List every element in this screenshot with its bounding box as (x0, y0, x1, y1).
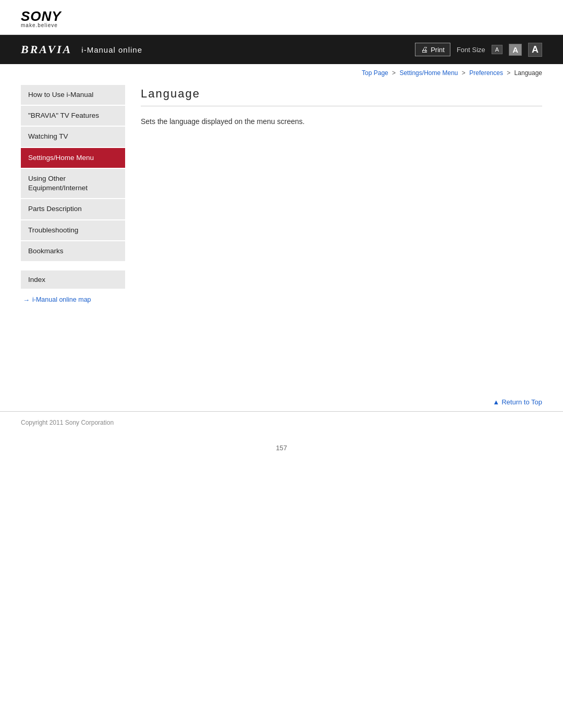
font-size-medium-button[interactable]: A (509, 44, 522, 56)
sidebar-item-how-to-use[interactable]: How to Use i-Manual (21, 85, 125, 106)
breadcrumb-sep3: > (507, 69, 510, 77)
font-size-small-button[interactable]: A (492, 45, 503, 54)
sidebar-item-bravia-tv-features[interactable]: "BRAVIA" TV Features (21, 106, 125, 127)
breadcrumb: Top Page > Settings/Home Menu > Preferen… (0, 64, 563, 80)
sony-logo: SONY make.believe (21, 9, 542, 28)
sidebar-item-parts-description[interactable]: Parts Description (21, 199, 125, 220)
content-area: Language Sets the language displayed on … (141, 85, 542, 377)
banner-right: 🖨 Print Font Size A A A (415, 43, 542, 57)
print-icon: 🖨 (421, 45, 428, 54)
font-size-label: Font Size (457, 46, 485, 54)
imanual-label: i-Manual online (81, 45, 142, 54)
sidebar-item-watching-tv[interactable]: Watching TV (21, 127, 125, 147)
page-title: Language (141, 87, 542, 106)
arrow-icon: → (23, 296, 30, 304)
print-label: Print (431, 46, 445, 54)
bravia-title: BRAVIA (21, 43, 72, 56)
page-number-text: 157 (276, 444, 287, 452)
sidebar: How to Use i-Manual "BRAVIA" TV Features… (21, 85, 125, 377)
sony-text: SONY (21, 9, 542, 23)
banner-left: BRAVIA i-Manual online (21, 43, 142, 56)
sidebar-item-using-other-equipment[interactable]: Using Other Equipment/Internet (21, 169, 125, 199)
print-button[interactable]: 🖨 Print (415, 43, 450, 56)
breadcrumb-current: Language (515, 69, 542, 77)
sidebar-item-index[interactable]: Index (21, 270, 125, 289)
breadcrumb-top-page[interactable]: Top Page (362, 69, 388, 77)
breadcrumb-preferences[interactable]: Preferences (469, 69, 503, 77)
sidebar-spacer (21, 262, 125, 270)
breadcrumb-settings[interactable]: Settings/Home Menu (399, 69, 458, 77)
return-to-top-arrow: ▲ (493, 398, 499, 406)
sony-tagline: make.believe (21, 23, 542, 28)
font-size-large-button[interactable]: A (528, 43, 542, 57)
footer-area: ▲ Return to Top (0, 392, 563, 411)
sidebar-item-troubleshooting[interactable]: Troubleshooting (21, 220, 125, 241)
breadcrumb-sep2: > (462, 69, 466, 77)
sidebar-map-link[interactable]: → i-Manual online map (23, 296, 125, 304)
page-description: Sets the language displayed on the menu … (141, 116, 542, 127)
main-layout: How to Use i-Manual "BRAVIA" TV Features… (0, 80, 563, 392)
return-to-top-label: Return to Top (501, 398, 542, 406)
top-banner: BRAVIA i-Manual online 🖨 Print Font Size… (0, 35, 563, 64)
copyright-text: Copyright 2011 Sony Corporation (21, 419, 114, 426)
sidebar-item-settings-home-menu[interactable]: Settings/Home Menu (21, 148, 125, 169)
copyright-bar: Copyright 2011 Sony Corporation (0, 411, 563, 434)
sidebar-map-label: i-Manual online map (32, 296, 91, 303)
page-number: 157 (0, 434, 563, 467)
sidebar-item-bookmarks[interactable]: Bookmarks (21, 241, 125, 262)
return-to-top-link[interactable]: ▲ Return to Top (493, 398, 542, 406)
breadcrumb-sep1: > (392, 69, 396, 77)
logo-area: SONY make.believe (0, 0, 563, 35)
